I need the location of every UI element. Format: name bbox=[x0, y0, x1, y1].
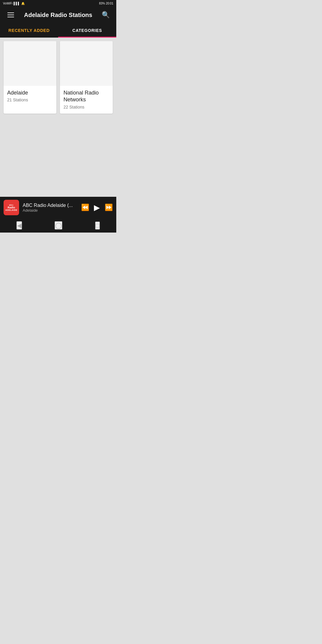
connectivity-icons: 🔔 bbox=[21, 2, 25, 5]
logo-radio: Radio bbox=[7, 206, 15, 209]
logo-inner: abc Radio ADELAIDE bbox=[5, 204, 17, 211]
playback-controls: ⏪ ▶ ⏩ bbox=[81, 203, 113, 212]
logo-adelaide-text: ADELAIDE bbox=[5, 209, 17, 211]
nav-bar: ◀ ◯ □ bbox=[0, 218, 116, 233]
tab-bar: RECENTLY ADDED CATEGORIES bbox=[0, 23, 116, 38]
card-subtitle-national: 22 Stations bbox=[64, 105, 109, 109]
card-title-national: National Radio Networks bbox=[64, 89, 109, 103]
card-body-national: National Radio Networks 22 Stations bbox=[60, 86, 113, 114]
home-button[interactable]: ◯ bbox=[55, 221, 62, 230]
card-title-adelaide: Adelaide bbox=[7, 89, 53, 96]
card-subtitle-adelaide: 21 Stations bbox=[7, 97, 53, 102]
fast-forward-button[interactable]: ⏩ bbox=[105, 204, 113, 211]
play-icon: ▶ bbox=[94, 203, 100, 212]
logo-abc: abc bbox=[9, 204, 13, 206]
hamburger-icon bbox=[7, 13, 14, 17]
station-info: ABC Radio Adelaide (... Adelaide bbox=[23, 203, 78, 213]
network-label: VoWiFi bbox=[3, 2, 13, 5]
station-name: ABC Radio Adelaide (... bbox=[23, 203, 78, 208]
card-adelaide[interactable]: Adelaide 21 Stations bbox=[4, 41, 56, 114]
search-button[interactable]: 🔍 bbox=[100, 9, 112, 21]
status-right: 83% 20:01 bbox=[99, 2, 113, 5]
tab-categories[interactable]: CATEGORIES bbox=[58, 23, 116, 38]
menu-button[interactable] bbox=[5, 9, 17, 21]
station-logo[interactable]: abc Radio ADELAIDE bbox=[4, 200, 19, 215]
card-body-adelaide: Adelaide 21 Stations bbox=[4, 86, 56, 106]
status-left: VoWiFi ▌▌▌ 🔔 bbox=[3, 2, 25, 5]
recents-icon: □ bbox=[96, 222, 99, 229]
rewind-icon: ⏪ bbox=[81, 204, 89, 211]
app-bar: Adelaide Radio Stations 🔍 bbox=[0, 7, 116, 23]
now-playing-bar: abc Radio ADELAIDE ABC Radio Adelaide (.… bbox=[0, 197, 116, 218]
app-title: Adelaide Radio Stations bbox=[17, 12, 100, 18]
signal-icon: ▌▌▌ bbox=[14, 2, 20, 5]
tab-recently-added[interactable]: RECENTLY ADDED bbox=[0, 23, 58, 38]
card-image-adelaide bbox=[4, 41, 56, 86]
back-icon: ◀ bbox=[17, 222, 21, 229]
fast-forward-icon: ⏩ bbox=[105, 204, 113, 211]
play-button[interactable]: ▶ bbox=[94, 203, 100, 212]
search-icon: 🔍 bbox=[102, 11, 110, 19]
recents-button[interactable]: □ bbox=[95, 222, 100, 230]
status-bar: VoWiFi ▌▌▌ 🔔 83% 20:01 bbox=[0, 0, 116, 7]
station-location: Adelaide bbox=[23, 208, 78, 213]
home-icon: ◯ bbox=[55, 222, 62, 229]
card-national-radio-networks[interactable]: National Radio Networks 22 Stations bbox=[60, 41, 113, 114]
back-button[interactable]: ◀ bbox=[16, 221, 22, 230]
rewind-button[interactable]: ⏪ bbox=[81, 204, 89, 211]
battery-percent: 83% 20:01 bbox=[99, 2, 113, 5]
card-image-national bbox=[60, 41, 113, 86]
categories-grid: Adelaide 21 Stations National Radio Netw… bbox=[0, 38, 116, 197]
